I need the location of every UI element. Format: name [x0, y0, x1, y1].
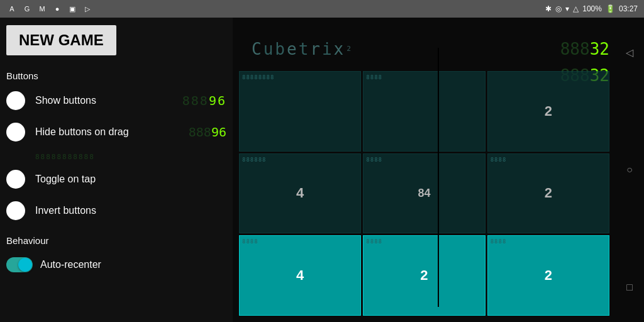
new-game-button[interactable]: NEW GAME [6, 25, 116, 55]
invert-buttons-row: Invert buttons [0, 195, 233, 226]
hide-buttons-sub-score: 88888888888 [35, 153, 95, 161]
cube-0-2: 2 [487, 71, 609, 152]
cubes-grid: 88888888 8888 2 4 888888 84 8888 2 8888 [239, 71, 609, 316]
battery-percent: 100% [582, 4, 602, 13]
buttons-section-label: Buttons [0, 62, 233, 85]
score-green-dim: 88832 [560, 40, 609, 58]
home-button[interactable]: ○ [620, 160, 639, 179]
signal-icon: △ [573, 4, 579, 13]
toggle-on-tap-label: Toggle on tap [35, 174, 96, 185]
nav-buttons: ◁ ○ □ [620, 18, 639, 322]
hide-buttons-drag-toggle[interactable] [6, 123, 25, 142]
status-right: ✱ ◎ ▾ △ 100% 🔋 03:27 [545, 4, 638, 13]
hide-buttons-drag-row: Hide buttons on drag 88896 88888888888 [0, 116, 233, 164]
show-buttons-score: 88896 [182, 93, 226, 108]
toggle-on-tap-toggle[interactable] [6, 170, 25, 189]
recents-button[interactable]: □ [620, 278, 639, 297]
hide-buttons-drag-label: Hide buttons on drag [35, 126, 129, 138]
icon-circle: ● [52, 3, 63, 14]
main-layout: NEW GAME Buttons Show buttons 88896 Hide… [0, 18, 644, 322]
game-title: Cubetrix² [252, 40, 354, 58]
cube-2-1: 2 8888 [363, 235, 485, 316]
right-panel: Cubetrix² 88832 88832 88825 88888888 888… [233, 18, 644, 322]
back-button[interactable]: ◁ [620, 43, 639, 62]
behaviour-section-label: Behaviour [0, 226, 233, 250]
show-buttons-label: Show buttons [35, 95, 96, 106]
show-buttons-row: Show buttons 88896 [0, 85, 233, 116]
invert-buttons-label: Invert buttons [35, 205, 96, 216]
status-bar: A G M ● ▣ ▷ ✱ ◎ ▾ △ 100% 🔋 03:27 [0, 0, 644, 18]
hide-buttons-score: 88896 [189, 125, 226, 140]
wifi-icon: ▾ [565, 4, 569, 13]
auto-recenter-switch[interactable] [6, 257, 33, 272]
invert-buttons-toggle[interactable] [6, 201, 25, 220]
cube-1-0: 4 888888 [239, 153, 361, 234]
auto-recenter-label: Auto-recenter [40, 259, 101, 270]
auto-recenter-row: Auto-recenter [0, 250, 233, 280]
cube-2-2: 2 8888 [487, 235, 609, 316]
icon-g: G [21, 3, 33, 14]
cube-1-2: 2 8888 [487, 153, 609, 234]
icon-photo: ▣ [67, 3, 78, 14]
show-buttons-toggle[interactable] [6, 91, 25, 110]
cube-1-1: 84 8888 [363, 153, 485, 234]
toggle-on-tap-row: Toggle on tap [0, 164, 233, 195]
status-left-icons: A G M ● ▣ ▷ [6, 3, 93, 14]
icon-a: A [6, 3, 18, 14]
cube-2-0: 4 8888 [239, 235, 361, 316]
left-panel: NEW GAME Buttons Show buttons 88896 Hide… [0, 18, 233, 322]
circle-icon: ◎ [555, 4, 562, 13]
time: 03:27 [619, 4, 638, 13]
bluetooth-icon: ✱ [545, 4, 552, 13]
switch-knob [18, 258, 32, 272]
battery-icon: 🔋 [606, 4, 615, 13]
cube-0-0: 88888888 [239, 71, 361, 152]
vertical-divider [438, 48, 439, 306]
icon-play: ▷ [82, 3, 93, 14]
icon-gmail: M [36, 3, 48, 14]
cube-0-1: 8888 [363, 71, 485, 152]
